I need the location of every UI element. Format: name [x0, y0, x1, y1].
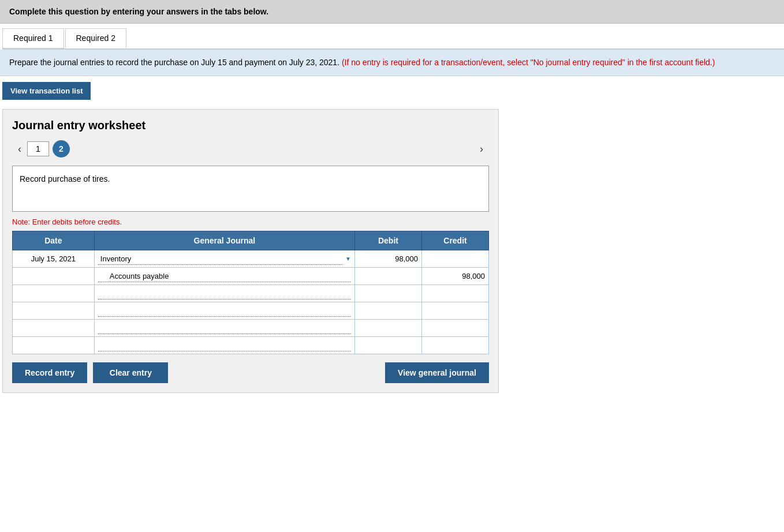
col-header-journal: General Journal: [94, 231, 354, 250]
credit-cell-2[interactable]: [421, 285, 488, 302]
debit-input-2[interactable]: [359, 289, 418, 298]
clear-entry-button[interactable]: Clear entry: [93, 362, 168, 383]
debit-input-3[interactable]: [359, 306, 418, 315]
account-cell-5[interactable]: [94, 337, 354, 354]
worksheet-container: Journal entry worksheet ‹ 1 2 › Record p…: [2, 109, 499, 393]
credit-cell-1[interactable]: [421, 268, 488, 285]
debit-input-1[interactable]: [359, 272, 418, 280]
tabs-row: Required 1 Required 2: [2, 24, 784, 50]
col-header-debit: Debit: [354, 231, 421, 250]
credit-input-3[interactable]: [425, 306, 485, 315]
col-header-date: Date: [13, 231, 95, 250]
table-row: [13, 302, 489, 320]
description-box: Record purchase of tires.: [12, 166, 489, 212]
table-row: [13, 268, 489, 285]
debit-cell-2[interactable]: [354, 285, 421, 302]
button-row: Record entry Clear entry View general jo…: [12, 362, 489, 383]
debit-cell-0[interactable]: [354, 250, 421, 268]
debit-input-0[interactable]: [359, 254, 418, 263]
credit-input-1[interactable]: [425, 272, 485, 280]
instruction-text-black: Prepare the journal entries to record th…: [9, 58, 339, 67]
nav-tab-2[interactable]: 2: [53, 140, 70, 158]
dropdown-arrow-icon-0[interactable]: ▼: [345, 256, 351, 262]
date-cell-3: [13, 302, 95, 320]
nav-row: ‹ 1 2 ›: [12, 140, 489, 158]
debit-input-4[interactable]: [359, 324, 418, 332]
date-cell-4: [13, 320, 95, 337]
credit-cell-4[interactable]: [421, 320, 488, 337]
credit-input-2[interactable]: [425, 289, 485, 298]
instruction-text-red: (If no entry is required for a transacti…: [339, 58, 715, 67]
date-cell-5: [13, 337, 95, 354]
account-cell-2[interactable]: [94, 285, 354, 302]
prev-arrow-icon[interactable]: ‹: [12, 143, 27, 155]
tab-required-1[interactable]: Required 1: [2, 28, 64, 48]
credit-cell-0[interactable]: [421, 250, 488, 268]
debit-cell-3[interactable]: [354, 302, 421, 320]
account-cell-3[interactable]: [94, 302, 354, 320]
account-input-0[interactable]: [98, 253, 343, 265]
account-input-5[interactable]: [98, 340, 351, 351]
debit-cell-1[interactable]: [354, 268, 421, 285]
account-cell-1[interactable]: [94, 268, 354, 285]
record-entry-button[interactable]: Record entry: [12, 362, 87, 383]
debit-cell-5[interactable]: [354, 337, 421, 354]
account-cell-0[interactable]: ▼: [94, 250, 354, 268]
account-input-2[interactable]: [98, 288, 351, 299]
credit-input-4[interactable]: [425, 324, 485, 332]
note-text: Note: Enter debits before credits.: [12, 218, 489, 226]
next-arrow-icon[interactable]: ›: [474, 143, 489, 155]
journal-table: Date General Journal Debit Credit July 1…: [12, 231, 489, 354]
table-row: [13, 320, 489, 337]
worksheet-title: Journal entry worksheet: [12, 119, 489, 132]
banner-text: Complete this question by entering your …: [9, 7, 268, 16]
account-input-4[interactable]: [98, 323, 351, 334]
account-cell-4[interactable]: [94, 320, 354, 337]
credit-cell-5[interactable]: [421, 337, 488, 354]
top-banner: Complete this question by entering your …: [0, 0, 784, 24]
account-input-3[interactable]: [98, 305, 351, 317]
credit-cell-3[interactable]: [421, 302, 488, 320]
date-cell-1: [13, 268, 95, 285]
credit-input-5[interactable]: [425, 341, 485, 350]
nav-tab-1[interactable]: 1: [27, 141, 49, 156]
table-row: [13, 285, 489, 302]
table-row: [13, 337, 489, 354]
debit-cell-4[interactable]: [354, 320, 421, 337]
view-general-journal-button[interactable]: View general journal: [385, 362, 489, 383]
credit-input-0[interactable]: [425, 254, 485, 263]
description-text: Record purchase of tires.: [20, 174, 110, 183]
debit-input-5[interactable]: [359, 341, 418, 350]
col-header-credit: Credit: [421, 231, 488, 250]
instruction-box: Prepare the journal entries to record th…: [0, 50, 784, 76]
account-input-1[interactable]: [98, 271, 351, 282]
table-row: July 15, 2021▼: [13, 250, 489, 268]
date-cell-0: July 15, 2021: [13, 250, 95, 268]
view-transaction-button[interactable]: View transaction list: [2, 82, 91, 100]
tab-required-2[interactable]: Required 2: [65, 28, 127, 48]
date-cell-2: [13, 285, 95, 302]
